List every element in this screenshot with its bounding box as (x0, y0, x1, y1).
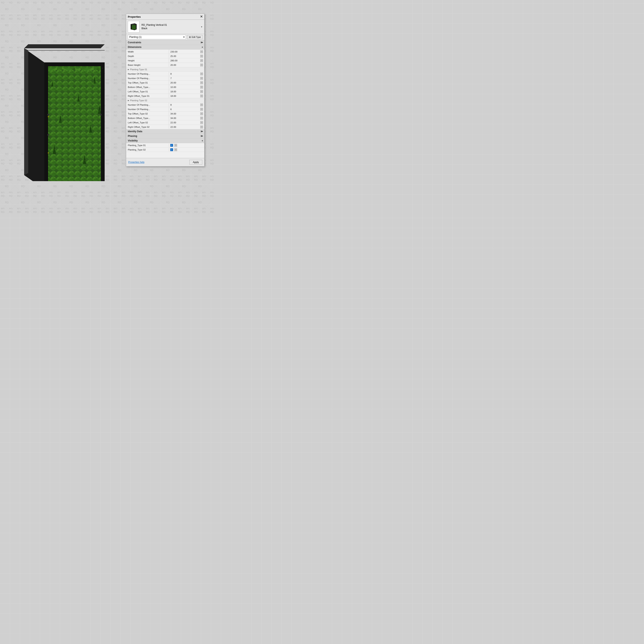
prop-top-offset-type02[interactable]: Top Offset_Type 02 34.00 □ (126, 111, 204, 116)
prop-pt01-num-planting-2[interactable]: Number Of Planting... 7 □ (126, 76, 204, 81)
prop-pt02-n2-edit-btn[interactable]: □ (200, 108, 203, 111)
checkbox-planting-type-02[interactable]: ✓ (170, 148, 173, 151)
section-dimensions[interactable]: Dimensions « (126, 45, 204, 50)
apply-button[interactable]: Apply (189, 160, 202, 165)
prop-pt01-num-planting-1-value: 8 □ (169, 72, 204, 76)
prop-height-edit-btn[interactable]: □ (200, 59, 203, 62)
prop-base-height-label: Base Height (126, 63, 169, 67)
prop-left-offset-type02[interactable]: Left Offset_Type 02 22.00 □ (126, 120, 204, 125)
section-phasing[interactable]: Phasing ≫ (126, 134, 204, 138)
prop-width-edit-btn[interactable]: □ (200, 50, 203, 53)
prop-right-offset-type01-label: Right Offset_Type 01 (126, 94, 169, 98)
phasing-collapse-icon: ≫ (200, 135, 203, 137)
prop-top-offset-type01-label: Top Offset_Type 01 (126, 81, 169, 85)
prop-pt01-num-planting-2-value: 7 □ (169, 76, 204, 80)
prop-left-offset-type02-label: Left Offset_Type 02 (126, 120, 169, 125)
prop-pt02-num-planting-2[interactable]: Number Of Planting... 6 □ (126, 107, 204, 111)
prop-height[interactable]: Height 280.00 □ (126, 58, 204, 63)
prop-pt02-n1-edit-btn[interactable]: □ (200, 103, 203, 106)
prop-pt02-num-planting-1[interactable]: Number Of Planting... 8 □ (126, 103, 204, 107)
svg-point-43 (47, 114, 49, 116)
prop-left-offset-type02-value: 22.00 □ (169, 120, 204, 125)
section-constraints[interactable]: Constraints ≫ (126, 40, 204, 45)
subsection-planting-type-02-label: ▶ Planting Type 02 (126, 98, 204, 102)
prop-width[interactable]: Width 230.00 □ (126, 50, 204, 54)
vis-planting-type-01-label: Planting_Type 01 (126, 143, 169, 147)
section-visibility[interactable]: Visibility « (126, 138, 204, 143)
vis-planting-type-02-value: ✓ □ (169, 148, 204, 152)
section-identity-data[interactable]: Identity Data ≫ (126, 129, 204, 134)
section-dimensions-label: Dimensions (128, 46, 141, 49)
prop-bottom-offset-type01-value: 10.00 □ (169, 85, 204, 89)
prop-pt01-num-planting-2-label: Number Of Planting... (126, 76, 169, 80)
close-button[interactable]: ✕ (200, 15, 203, 18)
prop-width-value: 230.00 □ (169, 50, 204, 54)
prop-left-offset-type01-label: Left Offset_Type 01 (126, 89, 169, 94)
checkbox-planting-type-01[interactable]: ✓ (170, 144, 173, 147)
panel-bottom-bar: Properties help Apply (126, 158, 204, 166)
prop-height-label: Height (126, 58, 169, 63)
subsection-planting-type-01[interactable]: ▶ Planting Type 01 (126, 67, 204, 72)
panel-title-bar: Properties ✕ (126, 14, 204, 20)
prop-pt02-num-planting-1-label: Number Of Planting... (126, 103, 169, 107)
prop-top-offset-type01[interactable]: Top Offset_Type 01 20.00 □ (126, 81, 204, 85)
plant-wall-illustration (8, 24, 105, 181)
prop-base-height[interactable]: Base Height 20.00 □ (126, 63, 204, 67)
prop-bottom-offset-type02-value: 34.00 □ (169, 116, 204, 120)
prop-top-offset-type02-label: Top Offset_Type 02 (126, 111, 169, 116)
vis-pt02-edit-btn[interactable]: □ (174, 148, 177, 151)
prop-top-offset-type02-value: 34.00 □ (169, 111, 204, 116)
prop-depth[interactable]: Depth 25.00 □ (126, 54, 204, 58)
planting-type-02-arrow-icon: ▶ (128, 99, 129, 101)
prop-pt02-num-planting-1-value: 8 □ (169, 103, 204, 107)
subsection-planting-type-01-label: ▶ Planting Type 01 (126, 67, 204, 71)
svg-point-45 (47, 134, 49, 136)
prop-base-height-value: 20.00 □ (169, 63, 204, 67)
dimensions-collapse-icon: « (202, 46, 203, 49)
svg-point-47 (48, 152, 49, 154)
prop-bottom-offset-type02[interactable]: Bottom Offset_Type... 34.00 □ (126, 116, 204, 120)
preview-thumbnail (128, 21, 139, 33)
prop-left-offset-t02-edit-btn[interactable]: □ (200, 121, 203, 124)
subsection-planting-type-02[interactable]: ▶ Planting Type 02 (126, 98, 204, 103)
prop-height-value: 280.00 □ (169, 58, 204, 63)
prop-right-offset-t02-edit-btn[interactable]: □ (200, 126, 203, 128)
prop-right-offset-type01[interactable]: Right Offset_Type 01 18.00 □ (126, 94, 204, 98)
prop-depth-edit-btn[interactable]: □ (200, 55, 203, 58)
prop-right-offset-type02[interactable]: Right Offset_Type 02 22.00 □ (126, 125, 204, 129)
planting-type-01-arrow-icon: ▶ (128, 68, 129, 70)
prop-left-offset-type01-value: 18.00 □ (169, 89, 204, 94)
dimensions-properties: Width 230.00 □ Depth 25.00 □ Height 280.… (126, 50, 204, 67)
prop-right-offset-t01-edit-btn[interactable]: □ (200, 95, 203, 97)
type-selector-value: Planting (1) (129, 36, 141, 38)
prop-bottom-offset-t01-edit-btn[interactable]: □ (200, 86, 203, 89)
svg-marker-1 (24, 44, 105, 48)
prop-right-offset-type02-value: 22.00 □ (169, 125, 204, 129)
prop-bottom-offset-type01[interactable]: Bottom Offset_Type... 10.00 □ (126, 85, 204, 89)
edit-type-button[interactable]: ⊞ Edit Type (187, 35, 203, 39)
prop-depth-label: Depth (126, 54, 169, 58)
prop-bottom-offset-t02-edit-btn[interactable]: □ (200, 117, 203, 120)
bottom-spacer (126, 152, 204, 158)
visibility-planting-type-02[interactable]: Planting_Type 02 ✓ □ (126, 148, 204, 152)
prop-pt02-num-planting-2-label: Number Of Planting... (126, 107, 169, 111)
object-preview: RD_Planting Vertical 01 Black ▼ (126, 20, 204, 34)
prop-pt01-num-planting-1[interactable]: Number Of Planting... 8 □ (126, 72, 204, 76)
visibility-planting-type-01[interactable]: Planting_Type 01 ✓ □ (126, 143, 204, 148)
properties-help-link[interactable]: Properties help (128, 161, 144, 164)
prop-bottom-offset-type02-label: Bottom Offset_Type... (126, 116, 169, 120)
edit-type-icon: ⊞ (189, 36, 191, 38)
planting-type-02-properties: Number Of Planting... 8 □ Number Of Plan… (126, 103, 204, 129)
prop-pt01-n2-edit-btn[interactable]: □ (200, 77, 203, 80)
prop-pt01-n1-edit-btn[interactable]: □ (200, 72, 203, 75)
prop-left-offset-t01-edit-btn[interactable]: □ (200, 90, 203, 93)
prop-top-offset-t01-edit-btn[interactable]: □ (200, 81, 203, 84)
prop-left-offset-type01[interactable]: Left Offset_Type 01 18.00 □ (126, 89, 204, 94)
prop-top-offset-type01-value: 20.00 □ (169, 81, 204, 85)
type-selector-box[interactable]: Planting (1) ▾ (128, 35, 186, 39)
prop-width-label: Width (126, 50, 169, 54)
vis-pt01-edit-btn[interactable]: □ (174, 144, 177, 147)
prop-top-offset-t02-edit-btn[interactable]: □ (200, 112, 203, 115)
prop-base-height-edit-btn[interactable]: □ (200, 64, 203, 66)
planting-type-01-properties: Number Of Planting... 8 □ Number Of Plan… (126, 72, 204, 98)
